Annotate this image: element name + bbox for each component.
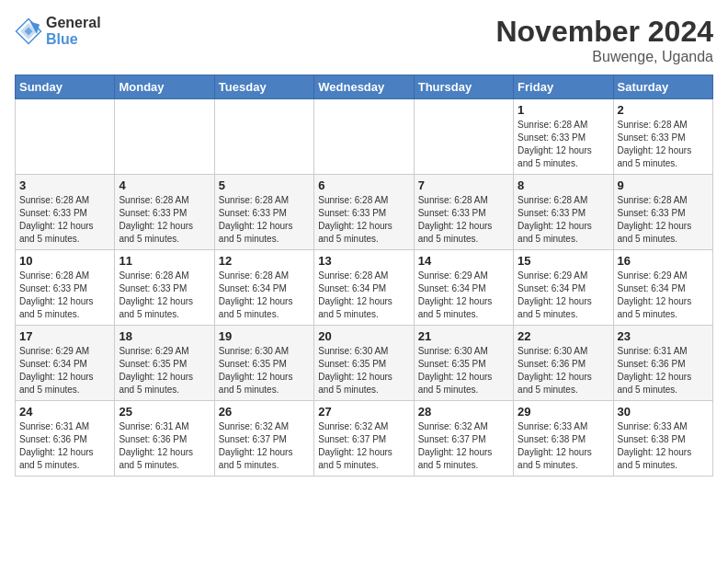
calendar-cell: 28Sunrise: 6:32 AM Sunset: 6:37 PM Dayli… bbox=[414, 401, 513, 477]
day-header: Tuesday bbox=[214, 75, 313, 99]
logo-text: General Blue bbox=[46, 15, 101, 47]
day-header: Wednesday bbox=[314, 75, 414, 99]
calendar-cell: 20Sunrise: 6:30 AM Sunset: 6:35 PM Dayli… bbox=[314, 326, 414, 401]
header: General Blue November 2024 Buwenge, Ugan… bbox=[15, 15, 713, 65]
day-number: 11 bbox=[119, 254, 210, 268]
calendar-cell: 15Sunrise: 6:29 AM Sunset: 6:34 PM Dayli… bbox=[514, 250, 613, 326]
calendar-week-row: 3Sunrise: 6:28 AM Sunset: 6:33 PM Daylig… bbox=[16, 175, 713, 250]
day-info: Sunrise: 6:28 AM Sunset: 6:33 PM Dayligh… bbox=[518, 119, 609, 170]
calendar-header-row: SundayMondayTuesdayWednesdayThursdayFrid… bbox=[16, 75, 713, 99]
day-info: Sunrise: 6:31 AM Sunset: 6:36 PM Dayligh… bbox=[618, 345, 709, 396]
calendar-cell: 19Sunrise: 6:30 AM Sunset: 6:35 PM Dayli… bbox=[214, 326, 313, 401]
calendar-cell: 25Sunrise: 6:31 AM Sunset: 6:36 PM Dayli… bbox=[115, 401, 214, 477]
day-number: 9 bbox=[618, 178, 709, 192]
day-number: 15 bbox=[518, 254, 609, 268]
day-header: Thursday bbox=[414, 75, 513, 99]
calendar-cell: 30Sunrise: 6:33 AM Sunset: 6:38 PM Dayli… bbox=[613, 401, 712, 477]
day-number: 20 bbox=[318, 329, 409, 343]
calendar-cell: 4Sunrise: 6:28 AM Sunset: 6:33 PM Daylig… bbox=[115, 175, 214, 250]
day-number: 23 bbox=[618, 329, 709, 343]
day-info: Sunrise: 6:30 AM Sunset: 6:35 PM Dayligh… bbox=[418, 345, 509, 396]
calendar-cell bbox=[314, 99, 414, 175]
calendar-cell bbox=[16, 99, 115, 175]
day-number: 21 bbox=[418, 329, 509, 343]
day-info: Sunrise: 6:28 AM Sunset: 6:33 PM Dayligh… bbox=[618, 119, 709, 170]
calendar-cell: 16Sunrise: 6:29 AM Sunset: 6:34 PM Dayli… bbox=[613, 250, 712, 326]
calendar-cell: 13Sunrise: 6:28 AM Sunset: 6:34 PM Dayli… bbox=[314, 250, 414, 326]
calendar-cell: 10Sunrise: 6:28 AM Sunset: 6:33 PM Dayli… bbox=[16, 250, 115, 326]
day-info: Sunrise: 6:29 AM Sunset: 6:34 PM Dayligh… bbox=[518, 270, 609, 321]
day-number: 29 bbox=[518, 405, 609, 419]
calendar-cell: 2Sunrise: 6:28 AM Sunset: 6:33 PM Daylig… bbox=[613, 99, 712, 175]
day-info: Sunrise: 6:30 AM Sunset: 6:36 PM Dayligh… bbox=[518, 345, 609, 396]
calendar-cell: 3Sunrise: 6:28 AM Sunset: 6:33 PM Daylig… bbox=[16, 175, 115, 250]
day-info: Sunrise: 6:29 AM Sunset: 6:34 PM Dayligh… bbox=[19, 345, 110, 396]
day-number: 4 bbox=[119, 178, 210, 192]
calendar-week-row: 24Sunrise: 6:31 AM Sunset: 6:36 PM Dayli… bbox=[16, 401, 713, 477]
calendar-cell: 23Sunrise: 6:31 AM Sunset: 6:36 PM Dayli… bbox=[613, 326, 712, 401]
day-info: Sunrise: 6:33 AM Sunset: 6:38 PM Dayligh… bbox=[518, 420, 609, 472]
day-number: 12 bbox=[219, 254, 310, 268]
day-number: 25 bbox=[119, 405, 210, 419]
calendar-cell: 27Sunrise: 6:32 AM Sunset: 6:37 PM Dayli… bbox=[314, 401, 414, 477]
logo-blue: Blue bbox=[46, 31, 101, 48]
calendar-cell: 11Sunrise: 6:28 AM Sunset: 6:33 PM Dayli… bbox=[115, 250, 214, 326]
calendar-week-row: 17Sunrise: 6:29 AM Sunset: 6:34 PM Dayli… bbox=[16, 326, 713, 401]
day-number: 18 bbox=[119, 329, 210, 343]
day-info: Sunrise: 6:28 AM Sunset: 6:33 PM Dayligh… bbox=[19, 194, 110, 246]
day-number: 8 bbox=[518, 178, 609, 192]
day-info: Sunrise: 6:29 AM Sunset: 6:34 PM Dayligh… bbox=[418, 270, 509, 321]
day-number: 28 bbox=[418, 405, 509, 419]
day-number: 19 bbox=[219, 329, 310, 343]
day-info: Sunrise: 6:28 AM Sunset: 6:33 PM Dayligh… bbox=[518, 194, 609, 246]
day-header: Saturday bbox=[613, 75, 712, 99]
calendar-cell: 6Sunrise: 6:28 AM Sunset: 6:33 PM Daylig… bbox=[314, 175, 414, 250]
month-title: November 2024 bbox=[495, 15, 713, 49]
day-number: 10 bbox=[19, 254, 110, 268]
day-number: 2 bbox=[618, 103, 709, 117]
calendar-cell: 24Sunrise: 6:31 AM Sunset: 6:36 PM Dayli… bbox=[16, 401, 115, 477]
day-info: Sunrise: 6:33 AM Sunset: 6:38 PM Dayligh… bbox=[618, 420, 709, 472]
calendar-cell: 1Sunrise: 6:28 AM Sunset: 6:33 PM Daylig… bbox=[514, 99, 613, 175]
calendar-cell: 14Sunrise: 6:29 AM Sunset: 6:34 PM Dayli… bbox=[414, 250, 513, 326]
day-number: 26 bbox=[219, 405, 310, 419]
calendar-cell: 22Sunrise: 6:30 AM Sunset: 6:36 PM Dayli… bbox=[514, 326, 613, 401]
calendar-cell bbox=[214, 99, 313, 175]
day-info: Sunrise: 6:31 AM Sunset: 6:36 PM Dayligh… bbox=[19, 420, 110, 472]
day-number: 14 bbox=[418, 254, 509, 268]
calendar-cell: 29Sunrise: 6:33 AM Sunset: 6:38 PM Dayli… bbox=[514, 401, 613, 477]
day-info: Sunrise: 6:28 AM Sunset: 6:33 PM Dayligh… bbox=[618, 194, 709, 246]
title-area: November 2024 Buwenge, Uganda bbox=[495, 15, 713, 65]
day-info: Sunrise: 6:28 AM Sunset: 6:33 PM Dayligh… bbox=[418, 194, 509, 246]
day-number: 22 bbox=[518, 329, 609, 343]
calendar-cell: 12Sunrise: 6:28 AM Sunset: 6:34 PM Dayli… bbox=[214, 250, 313, 326]
day-info: Sunrise: 6:28 AM Sunset: 6:33 PM Dayligh… bbox=[318, 194, 409, 246]
calendar-cell: 7Sunrise: 6:28 AM Sunset: 6:33 PM Daylig… bbox=[414, 175, 513, 250]
calendar-cell: 5Sunrise: 6:28 AM Sunset: 6:33 PM Daylig… bbox=[214, 175, 313, 250]
day-header: Sunday bbox=[16, 75, 115, 99]
calendar-cell: 21Sunrise: 6:30 AM Sunset: 6:35 PM Dayli… bbox=[414, 326, 513, 401]
day-info: Sunrise: 6:28 AM Sunset: 6:33 PM Dayligh… bbox=[119, 270, 210, 321]
calendar-cell: 17Sunrise: 6:29 AM Sunset: 6:34 PM Dayli… bbox=[16, 326, 115, 401]
calendar-cell bbox=[414, 99, 513, 175]
day-info: Sunrise: 6:30 AM Sunset: 6:35 PM Dayligh… bbox=[219, 345, 310, 396]
day-info: Sunrise: 6:31 AM Sunset: 6:36 PM Dayligh… bbox=[119, 420, 210, 472]
logo-general: General bbox=[46, 15, 101, 31]
day-number: 27 bbox=[318, 405, 409, 419]
day-header: Monday bbox=[115, 75, 214, 99]
logo-icon bbox=[15, 17, 42, 45]
day-info: Sunrise: 6:28 AM Sunset: 6:33 PM Dayligh… bbox=[119, 194, 210, 246]
calendar: SundayMondayTuesdayWednesdayThursdayFrid… bbox=[15, 75, 713, 477]
day-info: Sunrise: 6:28 AM Sunset: 6:34 PM Dayligh… bbox=[219, 270, 310, 321]
day-number: 5 bbox=[219, 178, 310, 192]
calendar-week-row: 10Sunrise: 6:28 AM Sunset: 6:33 PM Dayli… bbox=[16, 250, 713, 326]
day-info: Sunrise: 6:32 AM Sunset: 6:37 PM Dayligh… bbox=[219, 420, 310, 472]
day-number: 3 bbox=[19, 178, 110, 192]
location: Buwenge, Uganda bbox=[495, 49, 713, 65]
calendar-cell bbox=[115, 99, 214, 175]
calendar-cell: 9Sunrise: 6:28 AM Sunset: 6:33 PM Daylig… bbox=[613, 175, 712, 250]
day-info: Sunrise: 6:32 AM Sunset: 6:37 PM Dayligh… bbox=[418, 420, 509, 472]
calendar-cell: 8Sunrise: 6:28 AM Sunset: 6:33 PM Daylig… bbox=[514, 175, 613, 250]
day-number: 1 bbox=[518, 103, 609, 117]
calendar-week-row: 1Sunrise: 6:28 AM Sunset: 6:33 PM Daylig… bbox=[16, 99, 713, 175]
